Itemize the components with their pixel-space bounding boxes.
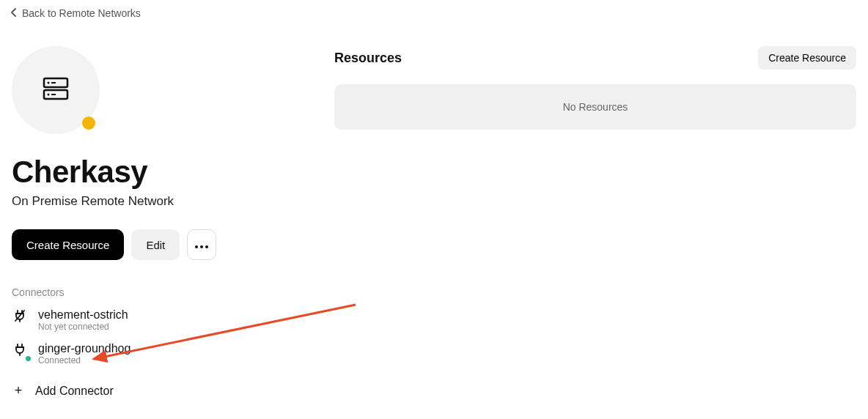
add-connector-label: Add Connector	[35, 385, 114, 398]
status-indicator-icon	[82, 116, 95, 130]
network-subtitle: On Premise Remote Network	[12, 194, 305, 209]
plug-icon	[13, 342, 26, 360]
connector-name: vehement-ostrich	[38, 308, 128, 322]
resources-empty-state: No Resources	[334, 84, 856, 130]
more-actions-button[interactable]	[187, 229, 216, 260]
svg-point-4	[48, 94, 50, 96]
server-icon	[40, 73, 72, 108]
svg-point-8	[205, 245, 208, 248]
plug-disconnected-icon	[13, 308, 26, 326]
status-dot-connected-icon	[26, 356, 31, 361]
connector-item[interactable]: ginger-groundhog Connected	[12, 342, 305, 366]
svg-rect-5	[51, 94, 56, 95]
connector-status: Connected	[38, 355, 130, 366]
create-resource-button[interactable]: Create Resource	[12, 229, 124, 260]
svg-point-1	[48, 82, 50, 84]
svg-point-7	[200, 245, 203, 248]
connector-item[interactable]: vehement-ostrich Not yet connected	[12, 308, 305, 332]
back-link-text: Back to Remote Networks	[22, 7, 141, 19]
connector-status: Not yet connected	[38, 322, 128, 332]
resources-heading: Resources	[334, 51, 402, 66]
network-title: Cherkasy	[12, 155, 305, 190]
add-connector-button[interactable]: + Add Connector	[12, 383, 305, 398]
resources-empty-text: No Resources	[563, 101, 628, 113]
plus-icon: +	[12, 383, 25, 398]
connector-name: ginger-groundhog	[38, 342, 130, 355]
connectors-heading: Connectors	[12, 286, 305, 298]
network-avatar	[12, 46, 100, 134]
back-link[interactable]: Back to Remote Networks	[10, 7, 141, 19]
svg-rect-2	[51, 82, 56, 84]
chevron-left-icon	[10, 7, 18, 19]
create-resource-top-button[interactable]: Create Resource	[758, 46, 856, 70]
svg-point-6	[195, 245, 198, 248]
more-horizontal-icon	[195, 240, 208, 251]
edit-button[interactable]: Edit	[131, 229, 180, 260]
